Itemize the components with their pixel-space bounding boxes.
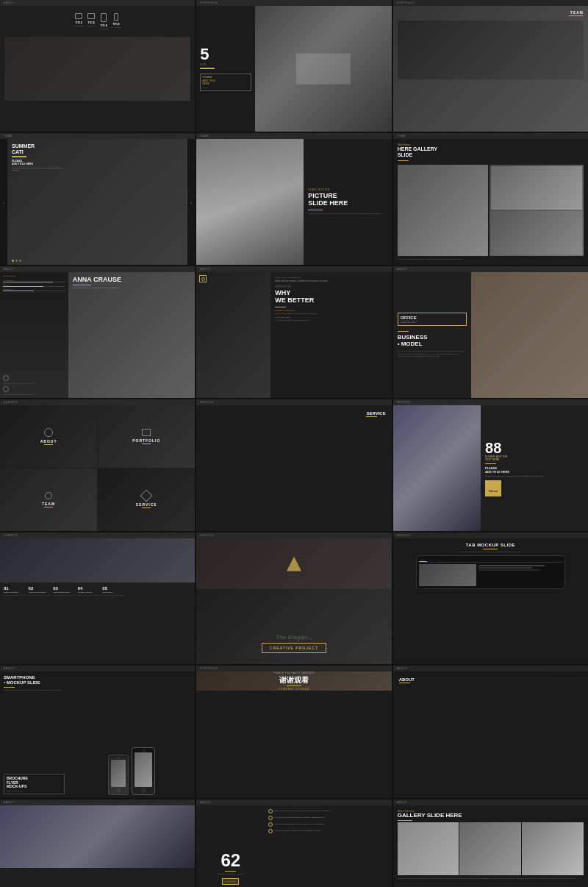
tl-title-2: App & Social Media bbox=[29, 591, 51, 594]
team-image bbox=[398, 21, 584, 79]
city-overlay bbox=[393, 405, 481, 531]
why-icon-box bbox=[199, 275, 207, 282]
top-bar-3-2: ABOUT bbox=[196, 266, 391, 272]
feature-body: Please add the text here, according to t… bbox=[485, 475, 584, 478]
slide-1-2: PORTFOLIO 5 SLIDE PLEASEADD TITLEHERE TE… bbox=[196, 0, 391, 132]
feat-icon-3 bbox=[268, 822, 273, 827]
portfolio-line bbox=[142, 444, 151, 444]
picture-text: Slide Section PICTURESLIDE HERE Etiam ul… bbox=[304, 139, 391, 265]
gallery-img-3 bbox=[491, 211, 582, 254]
tablet-text-line-2 bbox=[478, 567, 532, 569]
feat-icon-1 bbox=[268, 809, 273, 813]
tl-title-5: Instruments bbox=[102, 591, 125, 594]
feature-accent bbox=[485, 463, 496, 464]
tablet-img bbox=[419, 564, 476, 586]
why-about: About Us bbox=[275, 284, 387, 288]
content-1-1: TITLE KEYWORD TITLE KEYWORD TITLE KEYWOR… bbox=[0, 6, 195, 132]
anna-name: ANNA CRAUSE Etiam ultrices tempus, accor… bbox=[73, 277, 121, 290]
tl-title-1: Digital Marketing bbox=[4, 591, 26, 594]
picture-label: Slide Section bbox=[308, 188, 387, 191]
white-overlay bbox=[296, 53, 351, 85]
skill-fill-1 bbox=[3, 282, 53, 282]
thankyou-content: PRAISE THE SALLY GARDENS 谢谢观看 COMPANY SL… bbox=[196, 672, 391, 691]
top-bar-2-1: TEAM bbox=[0, 133, 195, 139]
portfolio-icon bbox=[142, 429, 151, 436]
service-label-area: SERVICE bbox=[366, 411, 385, 417]
feature-items: Etiam ultrices tempus lorem ipsum dolor … bbox=[268, 809, 387, 833]
thankyou-text: PRAISE THE SALLY GARDENS 谢谢观看 COMPANY SL… bbox=[273, 672, 314, 691]
slide-5-1: SERVICE 01 Digital Marketing Etiam ultri… bbox=[0, 532, 195, 664]
anna-skills: Adobe Photoshop Illustrator Global Websi… bbox=[3, 279, 65, 293]
number-panel: 5 SLIDE PLEASEADD TITLEHERE TEAM bbox=[196, 6, 255, 132]
why-friendly: FRIENDLY INTERFACE bbox=[275, 310, 387, 312]
gallery2-img-1 bbox=[398, 822, 459, 875]
number-62: 62 bbox=[220, 852, 240, 869]
why-payment-text: At all position ultrices, lorem incididu… bbox=[275, 319, 387, 321]
nav-team: TEAM bbox=[0, 469, 97, 531]
gallery2-text: Etiam show doe neque, lorem spare ultric… bbox=[398, 877, 584, 880]
team-accent bbox=[569, 15, 584, 16]
skill-fill-3 bbox=[3, 291, 34, 291]
tablet-content bbox=[419, 564, 562, 586]
content-7-3: Slide Section GALLERY SLIDE HERE Etiam s… bbox=[393, 805, 588, 887]
timeline-item-4: 04 Creative Friends Etiam ultrices tempu… bbox=[78, 586, 101, 660]
picture-title: PICTURESLIDE HERE bbox=[308, 193, 387, 207]
team-icon bbox=[45, 492, 52, 499]
smartphone-text-body: Etiam ultrices lorem ipsum dolor sit ame… bbox=[4, 689, 65, 691]
phone-2 bbox=[132, 747, 155, 795]
tablet-tabs: Tab 1 Tab 2 Tab 3 bbox=[419, 558, 562, 563]
skill-bar-2 bbox=[3, 286, 65, 287]
tablet-tab-3[interactable]: Tab 3 bbox=[435, 558, 443, 562]
tablet-text-area bbox=[478, 564, 562, 586]
number-62-accent bbox=[225, 871, 236, 872]
top-bar-5-2: SERVICE bbox=[196, 532, 391, 538]
gallery-img-right bbox=[490, 165, 584, 256]
skill-bar-1 bbox=[3, 282, 65, 282]
team-photo: TEAM bbox=[393, 6, 588, 132]
content-2-3: Slide Section HERE GALLERYSLIDE Praesent… bbox=[393, 139, 588, 265]
why-payment: SIMPLE PAYMENT bbox=[275, 316, 387, 318]
content-3-2: CREATIVE APPROACH Etiam ultrices tempus,… bbox=[196, 272, 391, 398]
top-bar-1-1: ABOUT bbox=[0, 0, 195, 6]
creative-logo-text: The Elegan... bbox=[276, 634, 312, 641]
arrow-left[interactable]: ‹ bbox=[0, 139, 7, 265]
why-accent bbox=[275, 307, 286, 307]
top-bar-1-2: PORTFOLIO bbox=[196, 0, 391, 6]
summer-accent bbox=[12, 156, 26, 157]
big-number: 5 bbox=[200, 46, 251, 63]
office-accent bbox=[398, 331, 409, 332]
tl-text-1: Etiam ultrices tempus lorem ipsum bbox=[4, 594, 26, 596]
about-label-text: ABOUT bbox=[399, 677, 415, 682]
tl-num-2: 02 bbox=[29, 586, 51, 591]
content-2-1: ‹ SUMMERCATI PLEASEADD TITLE HERE Please… bbox=[0, 139, 195, 265]
number-62-btn[interactable]: Learn More bbox=[222, 878, 239, 885]
nav-portfolio: PORTFOLIO bbox=[98, 405, 195, 468]
picture-body: Etiam ultrices tempus ultrices lorem ips… bbox=[308, 213, 387, 215]
phone-btn-2 bbox=[142, 788, 146, 792]
feature-button[interactable]: Find out bbox=[485, 480, 501, 496]
phone-1 bbox=[108, 755, 129, 795]
city-photo-2 bbox=[0, 805, 195, 869]
top-bar-6-2: PORTFOLIO bbox=[196, 666, 391, 672]
anna-desc: Etiam ultrices tempus, according to the … bbox=[73, 287, 121, 290]
arrow-right[interactable]: › bbox=[187, 139, 195, 265]
thankyou-slogan: COMPANY SLOGAN bbox=[273, 688, 314, 691]
thankyou-accent bbox=[287, 685, 301, 686]
service-line bbox=[142, 507, 151, 508]
gallery-accent bbox=[398, 160, 409, 161]
tablet-tab-2[interactable]: Tab 2 bbox=[427, 558, 435, 562]
feat-2: At all position lorem ipsum ultrices, in… bbox=[268, 816, 387, 820]
anna-name-line bbox=[73, 285, 91, 285]
team-label: TEAM bbox=[570, 10, 584, 15]
gallery-text: Praesent vel neque ipsum lorem. Some des… bbox=[398, 258, 584, 261]
tab-mockup-title: TAB MOCKUP SLIDE bbox=[398, 543, 584, 547]
gallery2-accent bbox=[398, 820, 412, 821]
tablet-tab-1[interactable]: Tab 1 bbox=[419, 558, 427, 562]
anna-dots: Etiam ultrices tempus ultrices lorem ips… bbox=[3, 375, 65, 395]
skill-label-3: Global Website bbox=[3, 288, 65, 290]
anna-overlay bbox=[68, 272, 195, 398]
why-section: CREATIVE APPROACH bbox=[275, 277, 387, 279]
summer-title: SUMMERCATI bbox=[12, 143, 63, 154]
tl-text-5: Etiam ultrices tempus lorem ipsum bbox=[102, 594, 125, 596]
mountain-fade bbox=[196, 139, 304, 265]
